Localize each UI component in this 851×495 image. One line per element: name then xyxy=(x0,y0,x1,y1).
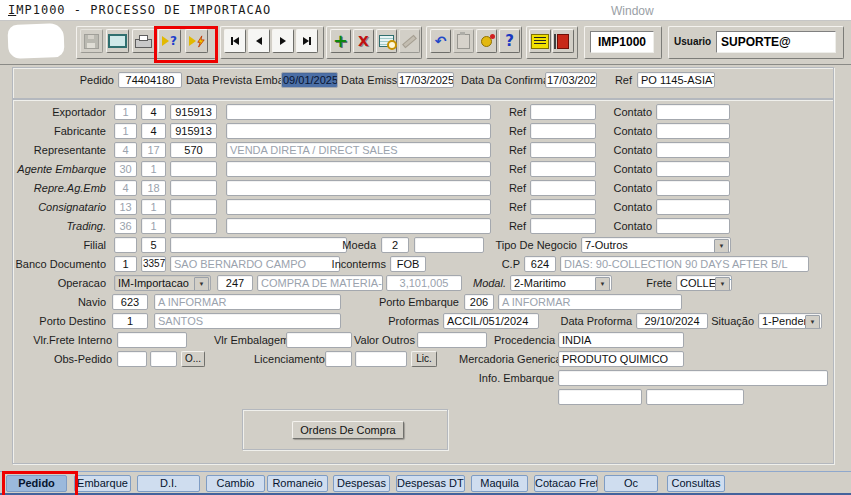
porto-destino-num-field[interactable]: 1 xyxy=(112,313,148,329)
porto-destino-name-field[interactable]: SANTOS xyxy=(154,313,341,329)
repre-ref-field[interactable] xyxy=(530,180,596,196)
frete-select[interactable]: COLLECT▼ xyxy=(676,275,732,291)
extra-field-1[interactable] xyxy=(558,389,642,405)
tab-maquila[interactable]: Maquila xyxy=(471,475,528,492)
procedencia-field[interactable]: INDIA xyxy=(558,332,684,348)
agente-seq-field[interactable]: 1 xyxy=(141,161,166,177)
help-button[interactable]: ? xyxy=(499,29,520,53)
obs-button[interactable]: O... xyxy=(181,351,205,367)
fabricante-name-field[interactable] xyxy=(226,123,491,139)
save-button[interactable] xyxy=(80,29,103,53)
tab-di[interactable]: D.I. xyxy=(137,475,200,492)
repre-type-field[interactable]: 4 xyxy=(114,180,137,196)
agente-contato-field[interactable] xyxy=(656,161,730,177)
chevron-down-icon[interactable]: ▼ xyxy=(714,239,729,253)
repre-name-field[interactable] xyxy=(226,180,491,196)
exportador-contato-field[interactable] xyxy=(656,104,730,120)
tab-cambio[interactable]: Cambio xyxy=(206,475,265,492)
representante-name-field[interactable]: VENDA DIRETA / DIRECT SALES xyxy=(226,142,491,158)
cp-field[interactable]: 624 xyxy=(524,256,556,272)
exportador-seq-field[interactable]: 4 xyxy=(141,104,166,120)
data-emissao-field[interactable]: 17/03/2025 xyxy=(397,72,454,88)
agente-name-field[interactable] xyxy=(226,161,491,177)
filial-num-field[interactable]: 5 xyxy=(141,237,166,253)
porto-embarque-num-field[interactable]: 206 xyxy=(464,294,494,310)
banco-name-field[interactable]: SAO BERNARDO CAMPO xyxy=(170,256,340,272)
fabricante-type-field[interactable]: 1 xyxy=(114,123,137,139)
execute-query-button[interactable] xyxy=(185,29,208,53)
enter-query-button[interactable]: ? xyxy=(158,29,181,53)
mercadoria-generica-field[interactable]: PRODUTO QUIMICO xyxy=(558,351,684,367)
operacao-num-field[interactable]: 247 xyxy=(217,275,253,291)
banco-num-field[interactable]: 3357 xyxy=(141,256,166,272)
cp-desc-field[interactable]: DIAS: 90-COLLECTION 90 DAYS AFTER B/L xyxy=(560,256,809,272)
moeda-desc-field[interactable] xyxy=(414,237,484,253)
print-button[interactable] xyxy=(132,29,155,53)
clipboard-button[interactable] xyxy=(453,29,474,53)
consignatario-code-field[interactable] xyxy=(170,199,217,215)
fabricante-seq-field[interactable]: 4 xyxy=(141,123,166,139)
banco-type-field[interactable]: 1 xyxy=(114,256,137,272)
exportador-name-field[interactable] xyxy=(226,104,491,120)
last-record-button[interactable] xyxy=(296,29,318,53)
operacao-desc-field[interactable]: COMPRA DE MATERIA-PRIMA-IMPORTA( xyxy=(257,275,383,291)
data-prevista-field[interactable]: 09/01/2025 xyxy=(281,72,338,88)
agente-ref-field[interactable] xyxy=(530,161,596,177)
data-proforma-field[interactable]: 29/10/2024 xyxy=(636,313,708,329)
trading-name-field[interactable] xyxy=(226,218,491,234)
fabricante-ref-field[interactable] xyxy=(530,123,596,139)
tab-cotacao-frete[interactable]: Cotacao Frete xyxy=(534,475,598,492)
exit-button[interactable] xyxy=(552,29,574,53)
valor-outros-field[interactable] xyxy=(417,332,487,348)
trading-ref-field[interactable] xyxy=(530,218,596,234)
representante-type-field[interactable]: 4 xyxy=(114,142,137,158)
extra-field-2[interactable] xyxy=(646,389,744,405)
next-record-button[interactable] xyxy=(272,29,294,53)
exportador-type-field[interactable]: 1 xyxy=(114,104,137,120)
tipo-negocio-select[interactable]: 7-Outros▼ xyxy=(581,237,731,253)
repre-code-field[interactable] xyxy=(170,180,217,196)
vlr-frete-interno-field[interactable] xyxy=(117,332,187,348)
screen-button[interactable] xyxy=(106,29,129,53)
consignatario-name-field[interactable] xyxy=(226,199,491,215)
fabricante-code-field[interactable]: 915913 xyxy=(170,123,217,139)
chevron-down-icon[interactable]: ▼ xyxy=(194,277,209,291)
query-record-button[interactable] xyxy=(376,29,397,53)
consignatario-ref-field[interactable] xyxy=(530,199,596,215)
proformas-field[interactable]: ACCIL/051/2024 xyxy=(443,313,539,329)
consignatario-type-field[interactable]: 13 xyxy=(114,199,137,215)
porto-embarque-name-field[interactable]: A INFORMAR xyxy=(498,294,682,310)
tab-embarque[interactable]: Embarque xyxy=(74,475,131,492)
navio-num-field[interactable]: 623 xyxy=(112,294,148,310)
navio-name-field[interactable]: A INFORMAR xyxy=(154,294,341,310)
tab-consultas[interactable]: Consultas xyxy=(667,475,725,492)
chevron-down-icon[interactable]: ▼ xyxy=(595,277,610,291)
clear-record-button[interactable] xyxy=(399,29,420,53)
pedido-field[interactable]: 74404180 xyxy=(118,72,182,88)
vlr-embalagem-field[interactable] xyxy=(286,332,352,348)
lic-button[interactable]: Lic. xyxy=(411,351,437,367)
chevron-down-icon[interactable]: ▼ xyxy=(715,277,730,291)
exportador-code-field[interactable]: 915913 xyxy=(170,104,217,120)
licenciamento-field-2[interactable] xyxy=(355,351,407,367)
insert-record-button[interactable]: + xyxy=(330,29,351,53)
situacao-select[interactable]: 1-Pendente▼ xyxy=(758,313,822,329)
licenciamento-field-1[interactable] xyxy=(325,351,352,367)
agente-code-field[interactable] xyxy=(170,161,217,177)
ref-field[interactable]: PO 1145-ASIATIC-C xyxy=(637,72,715,88)
chevron-down-icon[interactable]: ▼ xyxy=(805,315,820,329)
modal-select[interactable]: 2-Maritimo▼ xyxy=(510,275,612,291)
window-menu[interactable]: Window xyxy=(611,4,654,18)
tab-despesas[interactable]: Despesas xyxy=(333,475,390,492)
tab-romaneio[interactable]: Romaneio xyxy=(267,475,328,492)
trading-contato-field[interactable] xyxy=(656,218,730,234)
first-record-button[interactable] xyxy=(224,29,246,53)
moeda-field[interactable]: 2 xyxy=(381,237,409,253)
menu-button[interactable] xyxy=(529,29,551,53)
operacao-select[interactable]: IM-Importacao▼ xyxy=(114,275,211,291)
consignatario-seq-field[interactable]: 1 xyxy=(141,199,166,215)
agente-type-field[interactable]: 30 xyxy=(114,161,137,177)
tab-despesas-dtl[interactable]: Despesas DTL xyxy=(396,475,465,492)
representante-seq-field[interactable]: 17 xyxy=(141,142,166,158)
ordens-de-compra-button[interactable]: Ordens De Compra xyxy=(292,421,404,439)
